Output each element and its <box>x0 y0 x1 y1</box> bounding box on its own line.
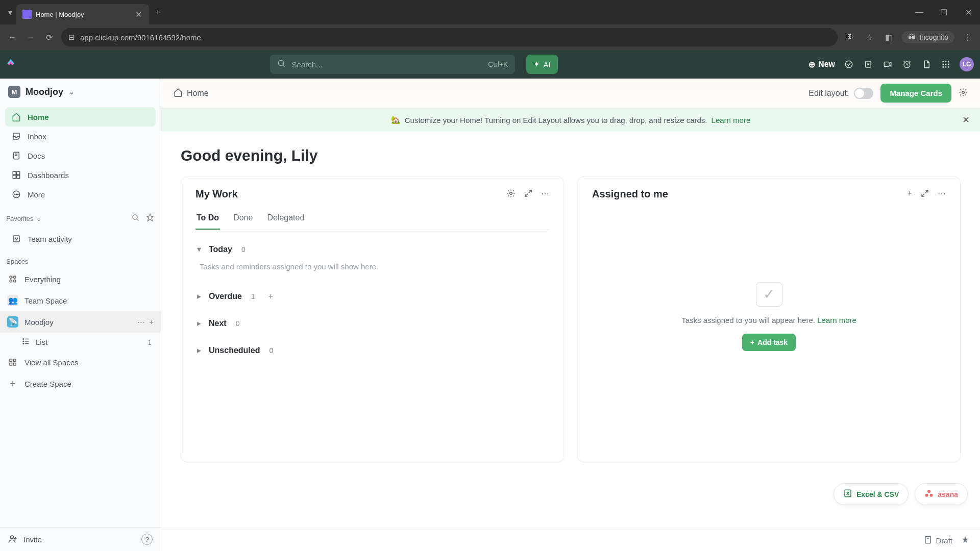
manage-cards-button[interactable]: Manage Cards <box>880 84 951 103</box>
incognito-icon: 🕶 <box>908 33 915 41</box>
search-shortcut: Ctrl+K <box>488 60 508 68</box>
group-overdue-title: Overdue <box>209 292 242 301</box>
group-unscheduled-header[interactable]: ▸ Unscheduled 0 <box>195 340 549 360</box>
browser-tab[interactable]: Home | Moodjoy ✕ <box>16 4 149 24</box>
search-favorites-icon[interactable] <box>131 213 140 224</box>
site-info-icon[interactable]: ⊟ <box>68 33 75 42</box>
notepad-icon[interactable] <box>863 59 874 70</box>
tab-list-dropdown[interactable]: ▾ <box>4 6 16 18</box>
tab-delegated[interactable]: Delegated <box>266 209 305 230</box>
space-add-icon[interactable]: + <box>149 317 154 327</box>
doc-icon[interactable] <box>921 59 932 70</box>
minimize-icon[interactable]: — <box>912 8 927 17</box>
view-all-spaces-label: View all Spaces <box>24 358 79 367</box>
my-work-card: My Work ⋯ To Do Done Delegated <box>181 177 564 462</box>
user-avatar[interactable]: LG <box>960 57 974 71</box>
new-tab-button[interactable]: + <box>155 7 161 18</box>
ai-button[interactable]: ✦ AI <box>526 55 557 74</box>
close-window-icon[interactable]: ✕ <box>961 8 976 17</box>
app-header: Search... Ctrl+K ✦ AI ⊕ New LG <box>0 50 980 79</box>
record-clip-icon[interactable] <box>882 59 893 70</box>
help-icon[interactable]: ? <box>141 534 153 545</box>
svg-rect-7 <box>884 62 889 67</box>
card-settings-icon[interactable] <box>506 189 516 200</box>
add-task-button[interactable]: + Add task <box>742 334 796 351</box>
invite-label[interactable]: Invite <box>23 535 42 544</box>
tracking-icon[interactable]: 👁 <box>844 31 856 43</box>
search-bar[interactable]: Search... Ctrl+K <box>270 55 515 74</box>
bookmark-star-icon[interactable]: ☆ <box>863 31 875 43</box>
svg-rect-47 <box>14 363 16 366</box>
svg-rect-45 <box>14 359 16 362</box>
nav-dashboards[interactable]: Dashboards <box>5 165 156 185</box>
group-today-header[interactable]: ▾ Today 0 <box>195 239 549 259</box>
draft-button[interactable]: Draft <box>923 535 952 546</box>
clickup-logo-icon[interactable] <box>6 58 19 71</box>
assigned-learn-more-link[interactable]: Learn more <box>817 316 856 324</box>
pin-icon[interactable] <box>145 213 155 224</box>
space-everything[interactable]: Everything <box>0 268 161 290</box>
svg-rect-22 <box>17 171 20 174</box>
space-team-space[interactable]: 👥 Team Space <box>0 290 161 311</box>
list-label: List <box>36 338 47 346</box>
list-item[interactable]: List 1 <box>0 333 161 352</box>
svg-rect-59 <box>925 536 931 543</box>
forward-icon[interactable]: → <box>24 31 37 43</box>
apps-grid-icon[interactable] <box>940 59 951 70</box>
caret-down-icon: ▾ <box>195 244 203 254</box>
tab-close-icon[interactable]: ✕ <box>134 10 143 19</box>
card-expand-icon[interactable] <box>524 189 533 200</box>
group-overdue: ▸ Overdue 1 + <box>195 286 549 306</box>
workspace-switcher[interactable]: M Moodjoy ⌄ <box>0 79 161 105</box>
nav-inbox[interactable]: Inbox <box>5 127 156 146</box>
pin-footer-icon[interactable] <box>961 535 970 546</box>
browser-menu-icon[interactable]: ⋮ <box>962 31 974 43</box>
check-circle-icon[interactable] <box>843 59 854 70</box>
new-button[interactable]: ⊕ New <box>808 60 835 69</box>
side-panel-icon[interactable]: ◧ <box>883 31 895 43</box>
favorites-section[interactable]: Favorites ⌄ <box>0 206 161 227</box>
card-expand-icon[interactable] <box>920 189 929 200</box>
card-more-icon[interactable]: ⋯ <box>541 189 549 200</box>
space-moodjoy[interactable]: 📡 Moodjoy ⋯ + <box>0 311 161 333</box>
svg-point-42 <box>23 343 24 344</box>
gear-icon[interactable] <box>959 88 968 99</box>
create-space[interactable]: + Create Space <box>0 373 161 394</box>
svg-point-35 <box>14 280 16 283</box>
nav-team-activity[interactable]: Team activity <box>5 229 156 248</box>
customize-banner: 🏡 Customize your Home! Turning on Edit L… <box>161 108 980 132</box>
group-overdue-header[interactable]: ▸ Overdue 1 + <box>195 286 549 306</box>
import-asana-chip[interactable]: asana <box>915 483 968 505</box>
everything-icon <box>7 273 18 285</box>
nav-docs[interactable]: Docs <box>5 146 156 165</box>
import-excel-chip[interactable]: Excel & CSV <box>834 483 909 505</box>
edit-layout-toggle[interactable] <box>854 88 873 99</box>
banner-learn-more-link[interactable]: Learn more <box>712 116 751 124</box>
nav-home[interactable]: Home <box>5 107 156 127</box>
nav-more[interactable]: More <box>5 185 156 204</box>
card-more-icon[interactable]: ⋯ <box>938 189 946 200</box>
incognito-badge[interactable]: 🕶 Incognito <box>902 31 954 43</box>
group-overdue-add-icon[interactable]: + <box>268 292 273 301</box>
reload-icon[interactable]: ⟳ <box>43 31 55 43</box>
reminder-clock-icon[interactable] <box>901 59 913 70</box>
back-icon[interactable]: ← <box>6 31 18 43</box>
url-bar[interactable]: ⊟ app.clickup.com/9016164592/home <box>61 28 838 46</box>
dashboard-icon <box>11 170 21 180</box>
search-icon <box>277 59 286 70</box>
group-next-header[interactable]: ▸ Next 0 <box>195 313 549 333</box>
tab-todo[interactable]: To Do <box>195 209 220 230</box>
maximize-icon[interactable]: ☐ <box>936 8 951 17</box>
breadcrumb[interactable]: Home <box>174 88 209 99</box>
new-label: New <box>818 60 835 69</box>
svg-point-57 <box>925 494 928 497</box>
tab-done[interactable]: Done <box>232 209 254 230</box>
view-all-spaces[interactable]: View all Spaces <box>0 352 161 373</box>
banner-close-icon[interactable]: ✕ <box>962 114 970 126</box>
draft-icon <box>923 535 933 546</box>
space-more-icon[interactable]: ⋯ <box>137 317 145 327</box>
group-unscheduled-count: 0 <box>269 346 273 355</box>
nav-inbox-label: Inbox <box>28 132 46 141</box>
card-add-icon[interactable]: + <box>908 189 912 200</box>
svg-point-9 <box>942 61 944 62</box>
